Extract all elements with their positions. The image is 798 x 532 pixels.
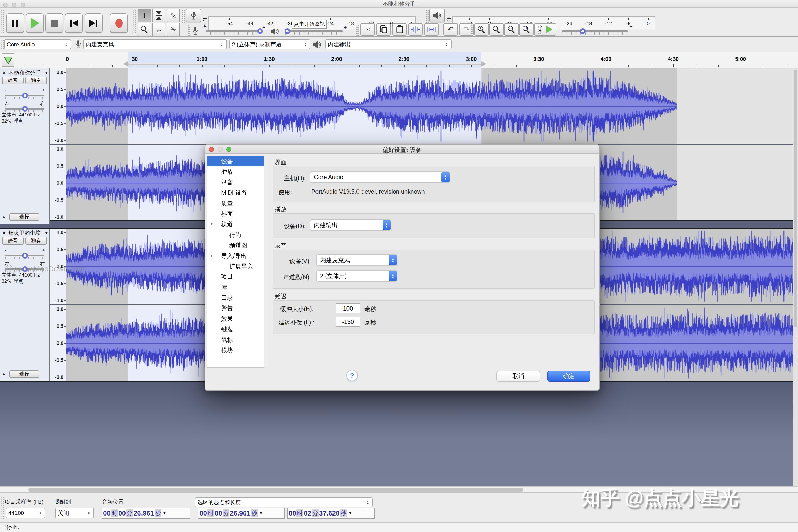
snap-select[interactable]: 关闭▲▼ — [55, 508, 94, 518]
playback-device-dialog-select[interactable]: 内建输出▲▼ — [310, 220, 391, 231]
prefs-category-模块[interactable]: 模块 — [207, 345, 264, 356]
device-toolbar-grip[interactable] — [1, 39, 4, 50]
tools-toolbar-grip[interactable] — [133, 9, 136, 35]
prefs-category-鼠标[interactable]: 鼠标 — [207, 335, 264, 345]
expander-icon[interactable]: ▼ — [210, 219, 213, 230]
selection-mode-select[interactable]: 选区的起点和长度▲▼ — [195, 497, 373, 507]
horizontal-scrollbar-thumb[interactable] — [28, 488, 523, 492]
paste-button[interactable] — [392, 23, 407, 36]
silence-selection-button[interactable] — [424, 23, 439, 36]
compensation-input[interactable]: -130 — [335, 317, 360, 326]
prefs-category-录音[interactable]: 录音 — [207, 177, 264, 188]
track-select-button[interactable]: 选择 — [9, 213, 39, 221]
recording-channels-select[interactable]: 2 (立体声) 录制声道▲▼ — [230, 39, 310, 50]
stop-button[interactable] — [46, 13, 64, 33]
record-volume-slider[interactable] — [206, 31, 261, 32]
transport-toolbar-grip[interactable] — [1, 9, 4, 35]
audio-position-field[interactable]: 00时00分26.961秒▼ — [102, 508, 190, 519]
track-panel-1[interactable]: × 不能和你分手 ▼ 静音 独奏 - + 左 右 立体声, 44100 Hz 3… — [0, 69, 50, 224]
vertical-scrollbar[interactable] — [793, 69, 798, 486]
track-select-button[interactable]: 选择 — [9, 370, 39, 378]
record-button[interactable] — [110, 13, 128, 33]
selection-tool-button[interactable]: I — [138, 9, 151, 22]
copy-button[interactable] — [376, 23, 391, 36]
play-speed-slider[interactable] — [562, 31, 628, 32]
record-meter-mic-button[interactable] — [186, 9, 201, 22]
close-track-icon[interactable]: × — [1, 230, 7, 236]
zoom-in-button[interactable]: + — [474, 23, 489, 36]
time-digits[interactable]: 37.620 — [319, 509, 340, 517]
audio-host-select[interactable]: Core Audio▲▼ — [4, 39, 71, 50]
collapse-track-icon[interactable]: ▲ — [2, 371, 6, 377]
time-digits[interactable]: 00 — [103, 509, 111, 517]
zoom-tool-button[interactable] — [138, 23, 151, 36]
prefs-category-键盘[interactable]: 键盘 — [207, 324, 264, 335]
time-digits[interactable]: 00 — [200, 509, 207, 517]
zoom-toolbar-grip[interactable] — [471, 24, 474, 36]
prefs-category-导入/导出[interactable]: ▼导入/导出 — [207, 250, 264, 261]
vertical-scale-ruler[interactable]: 1.00.50.0-0.5-1.0 — [50, 69, 67, 144]
time-digits[interactable]: 02 — [304, 509, 311, 517]
play-at-speed-button[interactable] — [542, 23, 556, 36]
gain-slider[interactable] — [5, 255, 44, 256]
timeshift-tool-button[interactable]: ↔ — [152, 23, 165, 36]
rate-select[interactable]: 44100▼ — [6, 508, 46, 518]
cut-button[interactable]: ✂ — [360, 23, 375, 36]
mixer-toolbar-grip[interactable] — [188, 24, 191, 36]
prefs-category-轨道[interactable]: ▼轨道 — [207, 219, 264, 230]
solo-button[interactable]: 独奏 — [25, 237, 47, 245]
playback-device-select[interactable]: 内建输出▲▼ — [325, 39, 452, 50]
prefs-category-效果[interactable]: 效果 — [207, 314, 264, 324]
cancel-button[interactable]: 取消 — [496, 371, 540, 382]
selection-length-field[interactable]: 00时02分37.620秒▼ — [287, 508, 375, 519]
draw-tool-button[interactable]: ✎ — [166, 9, 180, 22]
time-digits[interactable]: 00 — [289, 509, 296, 517]
monitor-hint[interactable]: 点击开始监视 — [292, 20, 327, 29]
gain-thumb[interactable] — [22, 253, 28, 259]
prefs-category-质量[interactable]: 质量 — [207, 198, 264, 209]
play-meter-speaker-button[interactable] — [430, 9, 445, 22]
pan-slider[interactable] — [5, 108, 44, 110]
skip-to-end-button[interactable] — [85, 13, 103, 33]
vertical-scale-ruler[interactable]: 1.00.50.0-0.5-1.0 — [50, 305, 67, 381]
timeline-options-button[interactable] — [2, 53, 15, 67]
prefs-category-警告[interactable]: 警告 — [207, 303, 264, 314]
track-menu-arrow-icon[interactable]: ▼ — [44, 231, 49, 235]
chevron-down-icon[interactable]: ▼ — [163, 511, 166, 515]
time-digits[interactable]: 26.961 — [230, 509, 251, 517]
play-volume-thumb[interactable] — [285, 28, 290, 34]
prefs-category-行为[interactable]: 行为 — [207, 229, 264, 240]
record-volume-thumb[interactable] — [257, 28, 263, 34]
mute-button[interactable]: 静音 — [2, 77, 24, 84]
edit-toolbar-grip[interactable] — [356, 24, 359, 36]
pause-button[interactable] — [6, 13, 24, 33]
help-button[interactable]: ? — [346, 370, 358, 381]
pan-thumb[interactable] — [22, 106, 28, 112]
fit-selection-button[interactable]: ↔ — [504, 23, 519, 36]
buffer-input[interactable]: 100 — [335, 303, 360, 313]
track-panel-2[interactable]: × 烟火里的尘埃 ▼ 静音 独奏 - + 左 右 立体声, 44100 Hz 3… — [0, 229, 50, 381]
time-digits[interactable]: 00 — [118, 509, 126, 517]
time-digits[interactable]: 00 — [215, 509, 222, 517]
speed-toolbar-grip[interactable] — [538, 24, 541, 36]
prefs-category-播放[interactable]: 播放 — [207, 167, 264, 177]
skip-to-start-button[interactable] — [65, 13, 83, 33]
prefs-category-MIDI 设备[interactable]: MIDI 设备 — [207, 188, 264, 198]
gain-slider[interactable] — [5, 95, 44, 96]
zoom-out-button[interactable]: − — [489, 23, 504, 36]
prefs-category-设备[interactable]: 设备 — [207, 156, 264, 167]
prefs-category-项目[interactable]: 项目 — [207, 272, 264, 282]
fit-project-button[interactable]: ⊣ — [519, 23, 533, 36]
chevron-down-icon[interactable]: ▼ — [259, 511, 262, 515]
play-meter-grip[interactable] — [426, 9, 429, 23]
mute-button[interactable]: 静音 — [2, 237, 24, 245]
prefs-category-扩展导入[interactable]: 扩展导入 — [207, 261, 264, 272]
prefs-category-库[interactable]: 库 — [207, 282, 264, 292]
recording-device-dialog-select[interactable]: 内建麦克风▲▼ — [316, 254, 397, 266]
play-button[interactable] — [26, 13, 44, 33]
track-title[interactable]: 不能和你分手 — [8, 70, 44, 76]
trim-outside-selection-button[interactable] — [408, 23, 423, 36]
undo-button[interactable]: ↶ — [443, 23, 458, 36]
waveform-display[interactable] — [67, 69, 793, 144]
prefs-category-界面[interactable]: 界面 — [207, 209, 264, 219]
